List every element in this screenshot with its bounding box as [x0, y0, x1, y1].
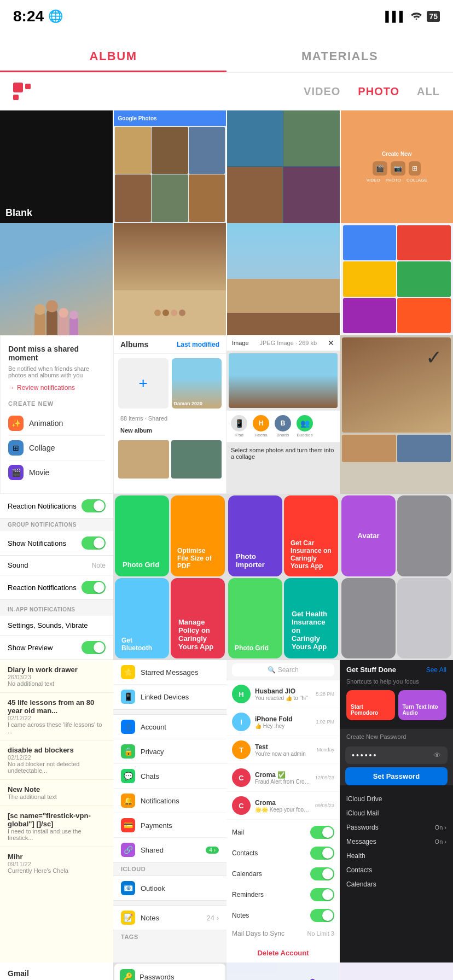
icloud-contacts-row: Contacts: [340, 863, 453, 877]
gmail-title: Gmail: [8, 969, 106, 978]
get-stuff-done-section: Get Stuff Done See All Shortcuts to help…: [340, 660, 453, 726]
photo-grid-row1: Blank Google Photos Crea: [0, 110, 453, 223]
menu-privacy[interactable]: 🔒 Privacy: [113, 739, 226, 764]
create-new-section: CREATE NEW ✨ Animation ⊞ Collage 🎬 Movie: [8, 400, 105, 485]
menu-payments[interactable]: 💳 Payments: [113, 813, 226, 838]
grey-tile2[interactable]: [341, 578, 396, 659]
chat-test[interactable]: T Test You're now an admin Monday: [226, 736, 340, 764]
toggle-reaction[interactable]: [82, 499, 106, 512]
toggle-contacts-switch[interactable]: [310, 847, 334, 860]
password-field[interactable]: •••••• 👁: [345, 746, 448, 764]
delete-account-btn[interactable]: Delete Account: [226, 943, 340, 962]
in-app-header: IN-APP NOTIFICATIONS: [0, 603, 113, 616]
photo-importer-tile[interactable]: Photo Importer: [228, 495, 282, 576]
menu-chats[interactable]: 💬 Chats: [113, 764, 226, 789]
filter-photo[interactable]: PHOTO: [358, 85, 399, 98]
note-mihr[interactable]: Mihr 09/11/22 Currently Here's Chela: [0, 847, 113, 879]
grey-tile3[interactable]: [397, 578, 451, 659]
filter-video[interactable]: VIDEO: [304, 85, 340, 98]
status-bar: 8:24 🌐 ▌▌▌ 75: [0, 0, 453, 30]
menu-account[interactable]: 👤 Account: [113, 715, 226, 739]
filter-row: VIDEO PHOTO ALL: [0, 73, 453, 110]
car-insurance-tile[interactable]: Get Car Insurance on Caringly Yours App: [284, 495, 338, 576]
photo-cell-group-table[interactable]: [114, 223, 226, 336]
daman-album[interactable]: Daman 2020: [172, 358, 222, 409]
bottom-tiles: 🔑 Passwords ✉️ Mail 👤 Contacts 📅 Calenda…: [113, 962, 226, 980]
tab-materials[interactable]: MATERIALS: [226, 40, 453, 72]
turn-text-card[interactable]: Turn Text Into Audio: [398, 690, 447, 720]
notif-link[interactable]: → Review notifications: [8, 384, 105, 392]
menu-shared[interactable]: 🔗 Shared 4 ›: [113, 838, 226, 862]
new-album-btn[interactable]: +: [118, 358, 169, 409]
menu-notes[interactable]: 📝 Notes 24 ›: [113, 906, 226, 930]
toggle-reminders-switch[interactable]: [310, 888, 334, 901]
bluetooth-tile[interactable]: Get Bluetooth: [115, 578, 169, 659]
photo-grid-tile2[interactable]: Photo Grid: [228, 578, 282, 659]
avatar-tile[interactable]: Avatar: [341, 495, 396, 576]
photo-cell-4[interactable]: Create New 🎬 📷 ⊞ VIDEO PHOTO COLLAGE: [341, 110, 454, 223]
share-bhatto[interactable]: B Bhatto: [275, 415, 291, 438]
icloud-drive: iCloud Drive: [340, 792, 453, 806]
menu-outlook[interactable]: 📧 Outlook: [113, 876, 226, 900]
filter-all[interactable]: ALL: [417, 85, 440, 98]
toggle-calendars-switch[interactable]: [310, 867, 334, 880]
settings-tile: Reaction Notifications GROUP NOTIFICATIO…: [0, 494, 113, 660]
note-diary[interactable]: Diary in work drawer 26/03/23 No additio…: [0, 660, 113, 693]
photo-grid-tile[interactable]: Photo Grid: [115, 495, 169, 576]
create-collage[interactable]: ⊞ Collage: [8, 436, 105, 460]
note-adblocker[interactable]: disable ad blockers 02/12/22 No ad block…: [0, 740, 113, 780]
chat-croma2[interactable]: C Croma 🌟🌟 Keep your food fresh for long…: [226, 792, 340, 820]
passwords-tile-row[interactable]: 🔑 Passwords: [114, 964, 225, 980]
photo-cell-blank[interactable]: Blank: [0, 110, 113, 223]
toggle-reaction2[interactable]: [82, 581, 106, 594]
chat-husband[interactable]: H Husband JIO You reacted 👍 to "hi" 5:28…: [226, 680, 340, 708]
photo-cell-family[interactable]: [0, 223, 113, 336]
battery-icon: 75: [427, 11, 440, 22]
grid-view-icon[interactable]: [13, 83, 33, 100]
screenshots-row3: Diary in work drawer 26/03/23 No additio…: [0, 660, 453, 962]
albums-tile: Albums Last modified + Daman 2020 88 ite…: [113, 335, 226, 494]
share-ipad[interactable]: 📱 iPad: [231, 415, 247, 438]
manage-policy-tile[interactable]: Manage Policy on Caringly Yours App: [171, 578, 225, 659]
settings-row-1: Reaction Notifications: [0, 494, 113, 518]
menu-starred[interactable]: ⭐ Starred Messages: [113, 660, 226, 685]
toggle-notes-switch[interactable]: [310, 909, 334, 922]
toggle-show-notif[interactable]: [82, 536, 106, 550]
chat-iphone-fold[interactable]: I iPhone Fold 👍 Hey :hey 1:02 PM: [226, 708, 340, 736]
bg-screenshots: [226, 962, 453, 980]
albums-grid: + Daman 2020: [114, 354, 226, 413]
photo-cell-3[interactable]: [227, 110, 340, 223]
menu-notifications[interactable]: 🔔 Notifications: [113, 789, 226, 813]
grey-tile[interactable]: [397, 495, 451, 576]
photo-cell-screenshot[interactable]: [341, 223, 454, 336]
tab-album[interactable]: ALBUM: [0, 40, 226, 72]
recents-area: Recents ▲ ✕ ✓ Photo Photos Photographer: [226, 962, 453, 980]
menu-linked[interactable]: 📱 Linked Devices: [113, 685, 226, 709]
health-insurance-tile[interactable]: Get Health Insurance on Caringly Yours A…: [284, 578, 338, 659]
status-time: 8:24: [13, 8, 44, 25]
optimise-tile[interactable]: Optimise File Size of PDF: [171, 495, 225, 576]
photo-cell-2[interactable]: Google Photos: [114, 110, 226, 223]
main-content-area: Dont miss a shared moment Be notified wh…: [0, 335, 453, 980]
password-section: Create New Password •••••• 👁 Set Passwor…: [340, 729, 453, 785]
app-tiles-grid2: Photo Importer Get Car Insurance on Cari…: [226, 494, 340, 660]
note-new[interactable]: New Note The additional text: [0, 780, 113, 806]
share-buddies[interactable]: 👥 Buddies: [297, 415, 313, 438]
toggle-mail-switch[interactable]: [310, 826, 334, 839]
notif-title: Dont miss a shared moment: [8, 345, 105, 362]
photo-cell-outdoor[interactable]: [227, 223, 340, 336]
photos-thumbs: [340, 435, 453, 462]
note-firestick[interactable]: [sc name="firestick-vpn-global"] []/sc] …: [0, 806, 113, 847]
chat-croma1[interactable]: C Croma ✅ Fraud Alert from Croma 🛡️ Dear…: [226, 764, 340, 792]
create-movie[interactable]: 🎬 Movie: [8, 460, 105, 485]
note-45lessons[interactable]: 45 life lessons from an 80 year old man.…: [0, 693, 113, 740]
app-tiles-grid: Photo Grid Optimise File Size of PDF Get…: [113, 494, 226, 660]
icloud-messages: Messages On ›: [340, 835, 453, 849]
toggle-preview[interactable]: [82, 641, 106, 654]
pomodoro-card[interactable]: Start Pomodoro: [346, 690, 395, 720]
set-password-btn[interactable]: Set Password: [345, 767, 448, 785]
toggle-notes-row: Notes: [226, 905, 340, 926]
filter-labels: VIDEO PHOTO ALL: [304, 85, 440, 98]
create-animation[interactable]: ✨ Animation: [8, 411, 105, 436]
share-heena[interactable]: H Heena: [253, 415, 269, 438]
